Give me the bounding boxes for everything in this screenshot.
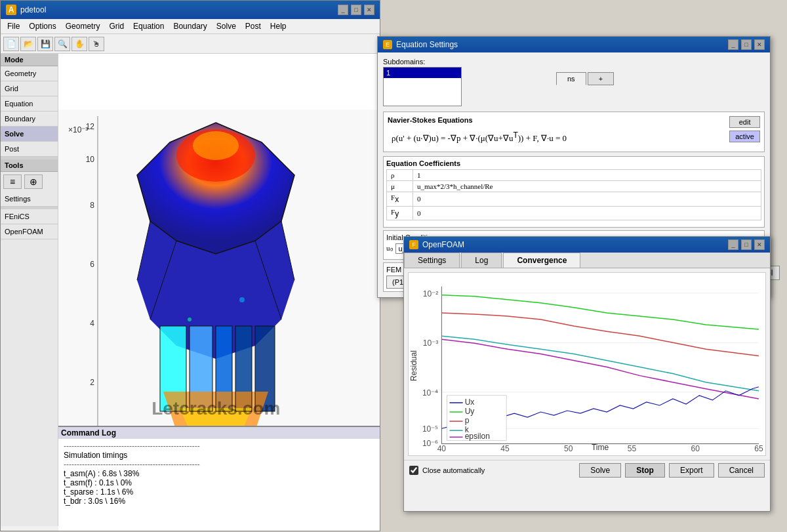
menu-geometry[interactable]: Geometry [62,20,104,32]
save-button[interactable]: 💾 [37,37,53,51]
foam-title: OpenFOAM [422,240,464,249]
svg-text:10⁻⁵: 10⁻⁵ [422,424,438,434]
new-button[interactable]: 📄 [3,37,19,51]
log-sep-2: ----------------------------------------… [64,460,374,469]
ic-u0-label: u₀ [386,244,393,253]
eq-close-button[interactable]: ✕ [754,39,765,50]
svg-point-36 [239,297,245,302]
x-axis-label: Time [592,443,609,452]
foam-close-button[interactable]: ✕ [754,239,765,250]
menu-equation[interactable]: Equation [129,20,168,32]
menu-grid[interactable]: Grid [105,20,128,32]
eq-icon: E [383,40,392,49]
svg-text:40: 40 [437,444,447,453]
foam-tabs: Settings Log Convergence [404,253,770,268]
svg-text:×10⁻³: ×10⁻³ [68,125,88,134]
sidebar-item-grid[interactable]: Grid [1,81,58,96]
subdomains-label: Subdomains: [383,58,467,66]
menu-options[interactable]: Options [25,20,60,32]
svg-text:Residual: Residual [409,350,418,381]
subdomain-item-1[interactable]: 1 [384,68,461,78]
svg-text:4: 4 [90,319,94,328]
log-t-sparse: t_sparse : 1.1s \ 6% [64,487,374,497]
sidebar-item-equation[interactable]: Equation [1,96,58,112]
coeff-fy-label: Fy [387,206,413,220]
close-auto-checkbox[interactable] [409,466,418,475]
log-t-bdr: t_bdr : 3.0s \ 16% [64,497,374,506]
foam-icon: F [409,240,418,249]
menu-help[interactable]: Help [266,20,291,32]
edit-button[interactable]: edit [729,116,760,128]
menu-boundary[interactable]: Boundary [169,20,211,32]
foam-tab-log[interactable]: Log [461,253,502,268]
eq-minimize-button[interactable]: _ [728,39,738,50]
foam-tab-convergence[interactable]: Convergence [503,253,580,268]
person-icon[interactable]: ⊕ [24,174,43,189]
svg-text:Uy: Uy [465,407,475,416]
svg-text:10⁻⁴: 10⁻⁴ [422,388,438,398]
minimize-button[interactable]: _ [338,5,348,15]
maximize-button[interactable]: □ [351,5,361,15]
toolbar: 📄 📂 💾 🔍 ✋ 🖱 [1,34,380,54]
foam-maximize-button[interactable]: □ [741,239,752,250]
foam-tab-settings[interactable]: Settings [404,253,460,268]
print-button[interactable]: 🔍 [54,37,70,51]
svg-text:65: 65 [754,444,763,453]
open-button[interactable]: 📂 [20,37,36,51]
log-title: Command Log [58,427,380,439]
menu-file[interactable]: File [3,20,24,32]
main-window: A pdetool _ □ ✕ File Options Geometry Gr… [0,0,380,531]
svg-text:Ux: Ux [465,398,475,407]
solve-button[interactable]: Solve [579,463,621,478]
svg-point-35 [188,317,192,321]
main-title-bar: A pdetool _ □ ✕ [1,1,380,19]
tab-plus[interactable]: + [588,72,614,85]
svg-text:6: 6 [90,260,94,269]
zoom-button[interactable]: ✋ [71,37,87,51]
stop-button[interactable]: Stop [625,463,665,478]
eq-tabs: ns + [556,72,765,85]
fenics-button[interactable]: FEniCS [1,209,58,224]
ns-section: Navier-Stokes Equations ρ(u' + (u·∇)u) =… [383,112,765,152]
sidebar-item-solve[interactable]: Solve [1,127,58,142]
coeffs-title: Equation Coefficients [386,159,761,167]
command-log: Command Log ----------------------------… [58,426,380,531]
foam-plot-area: Residual Time 10⁻² 10⁻³ 10⁻⁴ 10⁻⁵ 10⁻⁶ 4… [408,272,766,456]
pan-button[interactable]: 🖱 [89,37,104,51]
sidebar-item-boundary[interactable]: Boundary [1,112,58,127]
main-title: pdetool [20,5,46,14]
openfoam-dialog: F OpenFOAM _ □ ✕ Settings Log Convergenc… [403,236,771,512]
openfoam-button[interactable]: OpenFOAM [1,224,58,239]
eq-title: Equation Settings [396,40,458,49]
svg-text:10: 10 [86,155,95,164]
active-button[interactable]: active [729,131,760,142]
eq-maximize-button[interactable]: □ [741,39,752,50]
mode-label: Mode [1,54,58,66]
ns-formula: ρ(u' + (u·∇)u) = -∇p + ∇·(μ(∇u+∇uT)) + F… [388,127,571,148]
ns-title: Navier-Stokes Equations [388,116,571,124]
foam-minimize-button[interactable]: _ [728,239,738,250]
svg-text:10⁻⁶: 10⁻⁶ [422,439,438,448]
coeff-rho-label: ρ [387,170,413,181]
close-button[interactable]: ✕ [364,5,374,15]
menu-solve[interactable]: Solve [212,20,240,32]
sidebar-item-geometry[interactable]: Geometry [1,66,58,81]
sidebar: Mode Geometry Grid Equation Boundary Sol… [1,54,58,526]
tab-ns[interactable]: ns [556,72,586,85]
svg-text:2: 2 [90,378,94,387]
settings-button[interactable]: Settings [1,192,58,207]
app-icon: A [6,5,16,15]
log-sep-1: ----------------------------------------… [64,441,374,451]
close-auto-label: Close automatically [422,466,485,474]
menu-post[interactable]: Post [241,20,265,32]
svg-text:45: 45 [500,444,510,453]
foam-title-bar: F OpenFOAM _ □ ✕ [404,237,770,253]
svg-text:60: 60 [691,444,700,453]
svg-text:p: p [465,416,470,425]
equals-icon[interactable]: ≡ [3,174,22,189]
sidebar-item-post[interactable]: Post [1,142,58,157]
cancel-button[interactable]: Cancel [718,463,765,478]
svg-text:10⁻²: 10⁻² [423,289,438,298]
export-button[interactable]: Export [669,463,714,478]
coeff-rho-value: 1 [413,170,761,181]
